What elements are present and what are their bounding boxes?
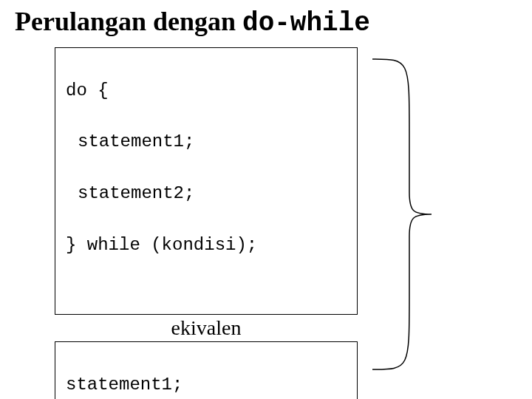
title-mono: do-while bbox=[242, 8, 370, 38]
brace-icon bbox=[358, 53, 446, 375]
code-line: statement2; bbox=[66, 181, 348, 207]
code-line: do { bbox=[66, 78, 348, 104]
page-title: Perulangan dengan do-while bbox=[15, 6, 517, 38]
code-block-while: statement1; statement2; while (kondisi) … bbox=[55, 341, 358, 399]
title-prefix: Perulangan dengan bbox=[15, 7, 242, 36]
equivalence-label: ekivalen bbox=[55, 316, 358, 340]
code-line: statement1; bbox=[66, 372, 348, 398]
code-block-do-while: do { statement1; statement2; } while (ko… bbox=[55, 47, 358, 315]
slide: Perulangan dengan do-while do { statemen… bbox=[0, 0, 532, 399]
code-line: statement1; bbox=[66, 129, 348, 155]
code-line: } while (kondisi); bbox=[66, 233, 348, 259]
